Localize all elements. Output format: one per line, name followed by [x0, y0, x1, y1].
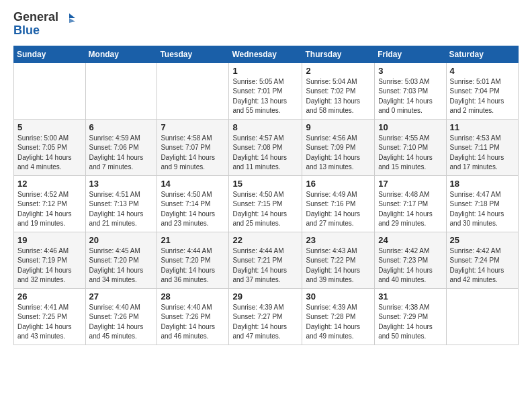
calendar-cell: 1Sunrise: 5:05 AM Sunset: 7:01 PM Daylig… [229, 62, 302, 119]
calendar-body: 1Sunrise: 5:05 AM Sunset: 7:01 PM Daylig… [14, 62, 519, 345]
day-info: Sunrise: 4:57 AM Sunset: 7:08 PM Dayligh… [232, 134, 298, 173]
day-info: Sunrise: 4:43 AM Sunset: 7:22 PM Dayligh… [306, 246, 371, 285]
day-info: Sunrise: 4:44 AM Sunset: 7:21 PM Dayligh… [232, 246, 298, 285]
calendar-cell: 10Sunrise: 4:55 AM Sunset: 7:10 PM Dayli… [375, 119, 446, 175]
day-number: 24 [378, 235, 442, 245]
calendar-cell: 5Sunrise: 5:00 AM Sunset: 7:05 PM Daylig… [14, 119, 86, 175]
day-number: 20 [89, 235, 154, 245]
day-info: Sunrise: 5:04 AM Sunset: 7:02 PM Dayligh… [306, 77, 371, 116]
day-number: 3 [378, 66, 442, 76]
day-info: Sunrise: 4:39 AM Sunset: 7:28 PM Dayligh… [306, 303, 371, 342]
calendar-cell [85, 62, 157, 119]
day-info: Sunrise: 4:48 AM Sunset: 7:17 PM Dayligh… [378, 190, 442, 229]
day-info: Sunrise: 4:49 AM Sunset: 7:16 PM Dayligh… [306, 190, 371, 229]
day-info: Sunrise: 4:38 AM Sunset: 7:29 PM Dayligh… [378, 303, 442, 342]
day-of-week-monday: Monday [85, 46, 157, 62]
day-info: Sunrise: 4:46 AM Sunset: 7:19 PM Dayligh… [17, 246, 82, 285]
day-number: 19 [17, 235, 82, 245]
calendar-cell: 13Sunrise: 4:51 AM Sunset: 7:13 PM Dayli… [85, 175, 157, 232]
day-of-week-saturday: Saturday [446, 46, 518, 62]
calendar-cell: 8Sunrise: 4:57 AM Sunset: 7:08 PM Daylig… [229, 119, 302, 175]
calendar-cell: 15Sunrise: 4:50 AM Sunset: 7:15 PM Dayli… [229, 175, 302, 232]
week-row-5: 26Sunrise: 4:41 AM Sunset: 7:25 PM Dayli… [14, 288, 519, 345]
calendar-cell [157, 62, 229, 119]
day-number: 4 [450, 66, 515, 76]
day-info: Sunrise: 4:50 AM Sunset: 7:14 PM Dayligh… [161, 190, 225, 229]
day-info: Sunrise: 4:40 AM Sunset: 7:26 PM Dayligh… [89, 303, 154, 342]
day-number: 12 [17, 179, 82, 189]
day-info: Sunrise: 4:55 AM Sunset: 7:10 PM Dayligh… [378, 134, 442, 173]
day-number: 9 [306, 122, 371, 132]
day-number: 11 [450, 122, 515, 132]
calendar-cell: 14Sunrise: 4:50 AM Sunset: 7:14 PM Dayli… [157, 175, 229, 232]
calendar-cell: 27Sunrise: 4:40 AM Sunset: 7:26 PM Dayli… [85, 288, 157, 345]
day-info: Sunrise: 4:41 AM Sunset: 7:25 PM Dayligh… [17, 303, 82, 342]
calendar-cell: 4Sunrise: 5:01 AM Sunset: 7:04 PM Daylig… [446, 62, 518, 119]
day-number: 25 [450, 235, 515, 245]
week-row-1: 1Sunrise: 5:05 AM Sunset: 7:01 PM Daylig… [14, 62, 519, 119]
day-info: Sunrise: 4:53 AM Sunset: 7:11 PM Dayligh… [450, 134, 515, 173]
page: General Blue SundayMondayTuesdayWednesda… [0, 0, 532, 353]
calendar-cell: 30Sunrise: 4:39 AM Sunset: 7:28 PM Dayli… [302, 288, 375, 345]
day-info: Sunrise: 4:45 AM Sunset: 7:20 PM Dayligh… [89, 246, 154, 285]
day-number: 27 [89, 291, 154, 302]
day-number: 28 [161, 291, 225, 302]
svg-marker-1 [69, 18, 75, 23]
calendar-cell: 19Sunrise: 4:46 AM Sunset: 7:19 PM Dayli… [14, 232, 86, 288]
day-info: Sunrise: 5:00 AM Sunset: 7:05 PM Dayligh… [17, 134, 82, 173]
logo-general: General [13, 10, 58, 24]
calendar-cell: 22Sunrise: 4:44 AM Sunset: 7:21 PM Dayli… [229, 232, 302, 288]
logo-blue: Blue [13, 24, 40, 37]
day-number: 7 [161, 122, 225, 132]
calendar-cell: 12Sunrise: 4:52 AM Sunset: 7:12 PM Dayli… [14, 175, 86, 232]
day-number: 13 [89, 179, 154, 189]
day-of-week-sunday: Sunday [14, 46, 86, 62]
day-of-week-thursday: Thursday [302, 46, 375, 62]
day-number: 6 [89, 122, 154, 132]
day-info: Sunrise: 4:42 AM Sunset: 7:24 PM Dayligh… [450, 246, 515, 285]
header-row: SundayMondayTuesdayWednesdayThursdayFrid… [14, 46, 519, 62]
calendar-cell: 20Sunrise: 4:45 AM Sunset: 7:20 PM Dayli… [85, 232, 157, 288]
calendar-cell: 18Sunrise: 4:47 AM Sunset: 7:18 PM Dayli… [446, 175, 518, 232]
day-info: Sunrise: 4:47 AM Sunset: 7:18 PM Dayligh… [450, 190, 515, 229]
header: General Blue [13, 11, 519, 38]
calendar-cell: 16Sunrise: 4:49 AM Sunset: 7:16 PM Dayli… [302, 175, 375, 232]
calendar-cell: 21Sunrise: 4:44 AM Sunset: 7:20 PM Dayli… [157, 232, 229, 288]
day-of-week-tuesday: Tuesday [157, 46, 229, 62]
calendar-cell: 9Sunrise: 4:56 AM Sunset: 7:09 PM Daylig… [302, 119, 375, 175]
calendar-cell: 24Sunrise: 4:42 AM Sunset: 7:23 PM Dayli… [375, 232, 446, 288]
calendar-cell: 31Sunrise: 4:38 AM Sunset: 7:29 PM Dayli… [375, 288, 446, 345]
calendar-cell: 29Sunrise: 4:39 AM Sunset: 7:27 PM Dayli… [229, 288, 302, 345]
day-info: Sunrise: 5:03 AM Sunset: 7:03 PM Dayligh… [378, 77, 442, 116]
day-number: 17 [378, 179, 442, 189]
day-of-week-friday: Friday [375, 46, 446, 62]
day-number: 30 [306, 291, 371, 302]
calendar-cell: 28Sunrise: 4:40 AM Sunset: 7:26 PM Dayli… [157, 288, 229, 345]
day-number: 15 [232, 179, 298, 189]
day-number: 2 [306, 66, 371, 76]
calendar-table: SundayMondayTuesdayWednesdayThursdayFrid… [13, 46, 519, 345]
calendar-cell: 7Sunrise: 4:58 AM Sunset: 7:07 PM Daylig… [157, 119, 229, 175]
calendar-cell: 6Sunrise: 4:59 AM Sunset: 7:06 PM Daylig… [85, 119, 157, 175]
week-row-2: 5Sunrise: 5:00 AM Sunset: 7:05 PM Daylig… [14, 119, 519, 175]
week-row-3: 12Sunrise: 4:52 AM Sunset: 7:12 PM Dayli… [14, 175, 519, 232]
day-info: Sunrise: 4:42 AM Sunset: 7:23 PM Dayligh… [378, 246, 442, 285]
day-number: 8 [232, 122, 298, 132]
day-info: Sunrise: 4:59 AM Sunset: 7:06 PM Dayligh… [89, 134, 154, 173]
logo-bird-icon [63, 12, 75, 24]
day-of-week-wednesday: Wednesday [229, 46, 302, 62]
calendar-cell: 2Sunrise: 5:04 AM Sunset: 7:02 PM Daylig… [302, 62, 375, 119]
svg-marker-0 [69, 13, 75, 18]
day-info: Sunrise: 4:56 AM Sunset: 7:09 PM Dayligh… [306, 134, 371, 173]
day-info: Sunrise: 4:52 AM Sunset: 7:12 PM Dayligh… [17, 190, 82, 229]
day-number: 5 [17, 122, 82, 132]
calendar-cell: 11Sunrise: 4:53 AM Sunset: 7:11 PM Dayli… [446, 119, 518, 175]
calendar-cell: 23Sunrise: 4:43 AM Sunset: 7:22 PM Dayli… [302, 232, 375, 288]
day-number: 1 [232, 66, 298, 76]
calendar-cell [446, 288, 518, 345]
logo-text: General Blue [13, 11, 75, 38]
day-info: Sunrise: 5:05 AM Sunset: 7:01 PM Dayligh… [232, 77, 298, 116]
calendar-header: SundayMondayTuesdayWednesdayThursdayFrid… [14, 46, 519, 62]
day-info: Sunrise: 4:50 AM Sunset: 7:15 PM Dayligh… [232, 190, 298, 229]
day-number: 18 [450, 179, 515, 189]
